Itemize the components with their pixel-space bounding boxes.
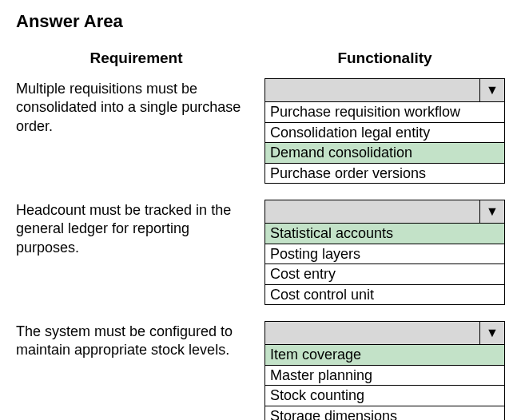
requirement-text: Multiple requisitions must be consolidat… (16, 78, 257, 200)
requirement-text: The system must be configured to maintai… (16, 321, 257, 420)
dropdown-option[interactable]: Cost control unit (265, 284, 504, 305)
page-title: Answer Area (16, 11, 505, 32)
dropdown-option[interactable]: Master planning (265, 365, 504, 386)
dropdown-option[interactable]: Purchase requisition workflow (265, 101, 504, 122)
chevron-down-icon: ▼ (480, 322, 504, 344)
header-requirement: Requirement (16, 46, 257, 78)
dropdown-option[interactable]: Stock counting (265, 385, 504, 406)
functionality-dropdown[interactable]: ▼ Item coverage Master planning Stock co… (264, 321, 505, 420)
dropdown-option[interactable]: Item coverage (265, 344, 504, 365)
dropdown-option[interactable]: Consolidation legal entity (265, 122, 504, 143)
functionality-dropdown[interactable]: ▼ Purchase requisition workflow Consolid… (264, 78, 505, 184)
functionality-dropdown[interactable]: ▼ Statistical accounts Posting layers Co… (264, 200, 505, 305)
dropdown-selected-display (265, 79, 480, 101)
dropdown-option[interactable]: Posting layers (265, 244, 504, 264)
dropdown-option[interactable]: Purchase order versions (265, 163, 504, 184)
dropdown-selected-display (265, 200, 480, 223)
dropdown-selected-display (265, 322, 480, 344)
dropdown-option[interactable]: Demand consolidation (265, 142, 504, 163)
requirement-text: Headcount must be tracked in the general… (16, 200, 257, 321)
dropdown-option[interactable]: Statistical accounts (265, 223, 504, 244)
chevron-down-icon: ▼ (480, 200, 504, 223)
chevron-down-icon: ▼ (480, 79, 504, 101)
header-functionality: Functionality (264, 46, 505, 78)
dropdown-option[interactable]: Storage dimensions (265, 406, 504, 421)
answer-grid: Requirement Functionality Multiple requi… (16, 46, 505, 420)
dropdown-option[interactable]: Cost entry (265, 263, 504, 284)
